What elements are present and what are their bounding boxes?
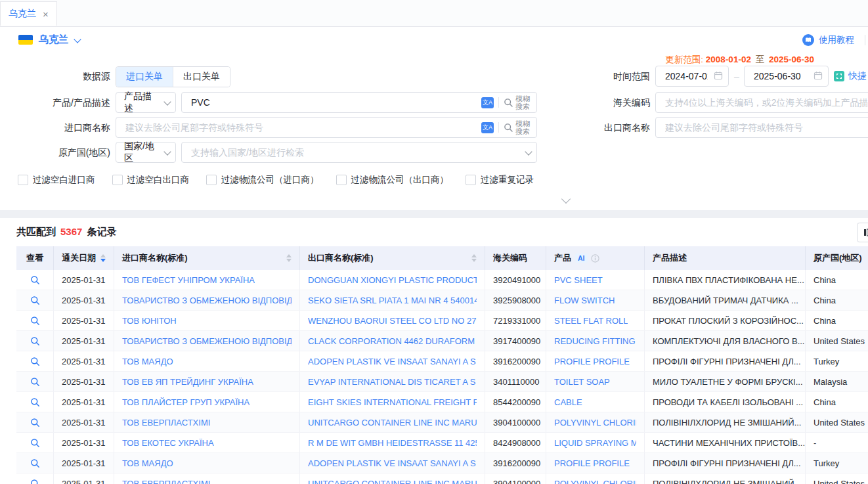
importer-value[interactable]: ТОВ МАЯДО: [122, 458, 173, 468]
sort-desc-icon[interactable]: [100, 259, 106, 262]
exporter-value[interactable]: ADOPEN PLASTIK VE INSAAT SANAYI A S O...: [308, 357, 477, 366]
column-header[interactable]: 出口商名称(标准): [300, 246, 485, 270]
view-record-button[interactable]: [16, 453, 54, 473]
translate-icon[interactable]: 文A: [481, 122, 494, 133]
exporter-value[interactable]: UNITCARGO CONTAINER LINE INC MARUB...: [308, 479, 477, 484]
exporter-value[interactable]: WENZHOU BAORUI STEEL CO LTD NO 2792...: [308, 316, 477, 326]
tutorial-link[interactable]: 使用教程: [819, 34, 854, 46]
product-value[interactable]: LIQUID SPRAYING ME...: [554, 438, 636, 448]
exporter-input[interactable]: [655, 117, 868, 138]
sort-control[interactable]: [286, 254, 292, 262]
product-value[interactable]: PROFILE PROFILE: [554, 357, 630, 366]
fuzzy-search-button[interactable]: 模糊搜索: [504, 120, 531, 135]
exporter-value[interactable]: [664, 121, 868, 133]
hs-code-value[interactable]: [664, 97, 868, 108]
quick-search-label: 快捷: [848, 70, 867, 82]
view-record-button[interactable]: [16, 311, 54, 330]
collapse-filters-button[interactable]: [544, 194, 588, 206]
checkbox-icon[interactable]: [112, 175, 123, 185]
exporter-value[interactable]: DONGGUAN XIONGYI PLASTIC PRODUCTS ...: [308, 275, 477, 285]
fuzzy-search-button[interactable]: 模糊搜索: [504, 95, 531, 110]
importer-value[interactable]: ТОВ ПЛАЙСТЕР ГРУП УКРАЇНА: [122, 397, 250, 407]
product-value[interactable]: FLOW SWITCH: [554, 296, 615, 305]
checkbox-icon[interactable]: [18, 175, 28, 185]
table-settings-button[interactable]: [857, 223, 868, 242]
checkbox-icon[interactable]: [466, 175, 476, 185]
importer-value[interactable]: [124, 121, 477, 133]
origin-country-value[interactable]: [190, 146, 521, 158]
importer-value[interactable]: ТОВ ЕВ ЯП ТРЕЙДИНГ УКРАЇНА: [122, 377, 253, 387]
filter-checkbox[interactable]: 过滤空白出口商: [112, 174, 190, 186]
product-value[interactable]: PROFILE PROFILE: [554, 458, 630, 468]
view-record-button[interactable]: [16, 290, 54, 310]
country-title[interactable]: 乌克兰: [39, 33, 68, 46]
exporter-value[interactable]: EIGHT SKIES INTERNATIONAL FREIGHT FOR...: [308, 397, 477, 407]
sort-desc-icon[interactable]: [286, 259, 292, 262]
sort-asc-icon[interactable]: [100, 254, 106, 257]
chevron-down-icon[interactable]: [74, 35, 81, 43]
tab-ukraine[interactable]: 乌克兰 ×: [0, 1, 57, 26]
product-value[interactable]: PVC SHEET: [554, 275, 603, 285]
product-value[interactable]: POLYVINYL CHLORIDE: [554, 479, 636, 484]
date-start-input[interactable]: [655, 66, 729, 87]
exporter-value[interactable]: EVYAP INTERNATIONAL DIS TICARET A S IS..…: [308, 377, 477, 387]
sort-asc-icon[interactable]: [286, 254, 292, 257]
view-record-button[interactable]: [16, 270, 54, 290]
view-record-button[interactable]: [16, 412, 54, 432]
product-value[interactable]: POLYVINYL CHLORIDE: [554, 418, 636, 428]
exporter-value[interactable]: UNITCARGO CONTAINER LINE INC MARUB...: [308, 418, 477, 428]
view-record-button[interactable]: [16, 433, 54, 452]
importer-value[interactable]: ТОВАРИСТВО З ОБМЕЖЕНОЮ ВІДПОВІД...: [122, 336, 292, 346]
date-start-value[interactable]: [664, 70, 709, 82]
importer-value[interactable]: ТОВ ГЕФЕСТ УНІПРОМ УКРАЇНА: [122, 275, 255, 285]
origin-type-select[interactable]: 国家/地区: [116, 142, 176, 163]
filter-checkbox[interactable]: 过滤重复记录: [466, 174, 534, 186]
date-end-input[interactable]: [744, 66, 829, 87]
date-end-value[interactable]: [752, 70, 809, 82]
column-header[interactable]: 进口商名称(标准): [114, 246, 300, 270]
exporter-value[interactable]: R M DE WIT GMBH HEIDESTRASSE 11 4254...: [308, 438, 477, 448]
view-record-button[interactable]: [16, 331, 54, 351]
sort-desc-icon[interactable]: [471, 259, 477, 262]
column-header[interactable]: 通关日期: [54, 246, 114, 270]
sort-control[interactable]: [100, 254, 106, 262]
hs-code-input[interactable]: [655, 92, 868, 113]
datasource-option[interactable]: 出口关单: [173, 67, 230, 87]
sort-control[interactable]: [471, 254, 477, 262]
exporter-value[interactable]: SEKO SIETA SRL PIATA 1 MAI NR 4 5400141 …: [308, 296, 477, 305]
origin-country-select[interactable]: [181, 142, 537, 163]
info-icon[interactable]: [591, 254, 599, 263]
importer-value[interactable]: ТОВ ЕВЕРПЛАСТХІМІ: [122, 418, 210, 428]
importer-value[interactable]: ТОВ ЮНІТОН: [122, 316, 177, 326]
filter-checkbox[interactable]: 过滤物流公司（进口商）: [206, 174, 319, 186]
importer-input[interactable]: 文A 模糊搜索: [116, 117, 537, 138]
product-value[interactable]: CABLE: [554, 397, 582, 407]
code-value: 3904100000: [493, 418, 540, 428]
exporter-value[interactable]: CLACK CORPORATION 4462 DURAFORM L...: [308, 336, 477, 346]
sort-asc-icon[interactable]: [471, 254, 477, 257]
checkbox-icon[interactable]: [336, 175, 347, 185]
importer-value[interactable]: ТОВ ЕКОТЕС УКРАЇНА: [122, 438, 214, 448]
product-value[interactable]: REDUCING FITTING: [554, 336, 636, 346]
importer-value[interactable]: ТОВ ЕВЕРПЛАСТХІМІ: [122, 479, 210, 484]
quick-search-button[interactable]: 快捷: [834, 66, 867, 86]
importer-value[interactable]: ТОВАРИСТВО З ОБМЕЖЕНОЮ ВІДПОВІД...: [122, 296, 292, 305]
product-type-select[interactable]: 产品描述: [116, 92, 176, 113]
product-value[interactable]: TOILET SOAP: [554, 377, 610, 387]
exporter-value[interactable]: ADOPEN PLASTIK VE INSAAT SANAYI A S O...: [308, 458, 477, 468]
filter-checkbox[interactable]: 过滤空白进口商: [18, 174, 95, 186]
product-value[interactable]: STEEL FLAT ROLL: [554, 316, 628, 326]
product-search-input[interactable]: 文A 模糊搜索: [181, 92, 537, 113]
view-record-button[interactable]: [16, 473, 54, 484]
importer-value[interactable]: ТОВ МАЯДО: [122, 357, 173, 366]
view-record-button[interactable]: [16, 372, 54, 391]
view-record-button[interactable]: [16, 351, 54, 371]
product-search-value[interactable]: [190, 97, 477, 108]
datasource-option[interactable]: 进口关单: [116, 67, 173, 87]
translate-icon[interactable]: 文A: [481, 97, 494, 108]
filter-checkbox[interactable]: 过滤物流公司（出口商）: [336, 174, 449, 186]
origin-value: China: [814, 296, 836, 305]
view-record-button[interactable]: [16, 392, 54, 412]
close-icon[interactable]: ×: [43, 9, 49, 19]
checkbox-icon[interactable]: [206, 175, 217, 185]
